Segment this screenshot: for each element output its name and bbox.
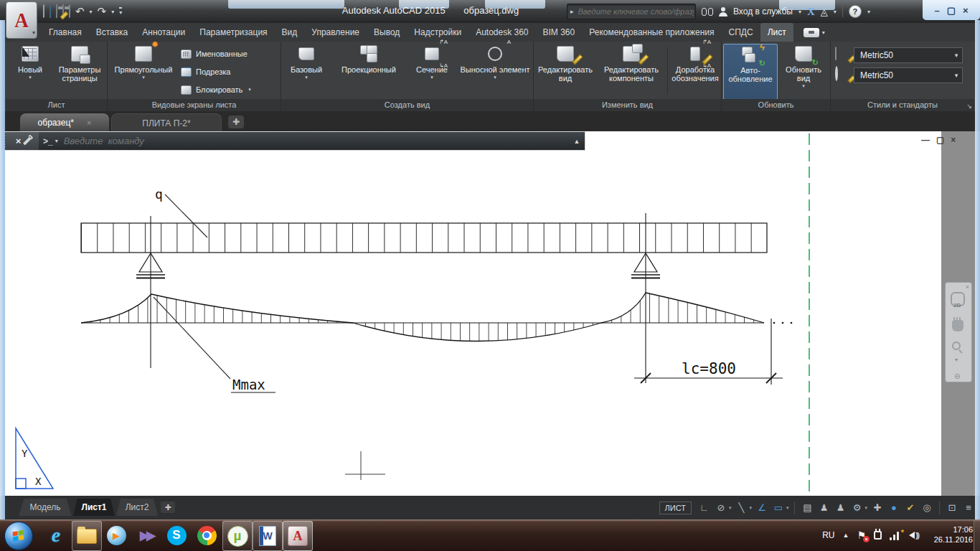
- layout1-tab[interactable]: Лист1: [73, 499, 115, 516]
- base-view-button[interactable]: Базовый ▾: [283, 44, 330, 80]
- signin-dropdown-icon[interactable]: ▾: [798, 9, 801, 15]
- workspace-gear-icon[interactable]: ⚙: [849, 500, 864, 516]
- chevron-down-icon[interactable]: ▾: [729, 505, 732, 511]
- save-as-icon[interactable]: [62, 5, 64, 18]
- hidden-icons-chevron[interactable]: ▲: [843, 532, 849, 539]
- close-button[interactable]: ×: [963, 5, 969, 16]
- annotation-monitor-icon[interactable]: ✚: [870, 500, 885, 516]
- hardware-acceleration-icon[interactable]: ●: [887, 500, 901, 516]
- volume-icon[interactable]: ))): [909, 532, 918, 540]
- clean-screen-icon[interactable]: ⊡: [945, 500, 959, 516]
- edit-view-button[interactable]: Редактировать вид: [534, 44, 597, 83]
- redo-icon[interactable]: ↷: [98, 6, 107, 17]
- detail-view-button[interactable]: A Выносной элемент ▾: [458, 44, 532, 80]
- ribbon-tab-parametrizaciya[interactable]: Параметризация: [192, 23, 274, 42]
- isolate-objects-icon[interactable]: ◎: [920, 500, 934, 516]
- ribbon-tab-annotacii[interactable]: Аннотации: [135, 23, 192, 42]
- ribbon-tab-vyvod[interactable]: Вывод: [367, 23, 407, 42]
- zoom-icon[interactable]: [952, 342, 961, 350]
- navbar-minimize-icon[interactable]: ⊖: [954, 372, 960, 380]
- navbar-close-icon[interactable]: ×: [966, 283, 969, 291]
- ribbon-tab-nadstroyki[interactable]: Надстройки: [407, 23, 468, 42]
- clip-viewport-button[interactable]: Подрезка: [181, 64, 230, 80]
- osnap-tracking-icon[interactable]: ∠: [755, 500, 769, 516]
- signin-person-icon[interactable]: [719, 7, 727, 17]
- chevron-down-icon[interactable]: ▾: [749, 505, 752, 511]
- taskbar-ie[interactable]: e: [42, 521, 70, 550]
- help-icon[interactable]: ?: [849, 5, 862, 18]
- new-drawing-tab-button[interactable]: ✚: [228, 116, 244, 128]
- taskbar-utorrent[interactable]: µ: [222, 521, 253, 551]
- projected-view-button[interactable]: Проекционный: [331, 44, 406, 74]
- paper-space-button[interactable]: ЛИСТ: [659, 501, 692, 514]
- panel-title[interactable]: Стили и стандарты: [831, 99, 974, 111]
- annotation-scale-icon[interactable]: ♟: [833, 500, 847, 516]
- autodesk360-dropdown-icon[interactable]: ▾: [834, 9, 837, 15]
- navigation-bar[interactable]: × 2D ▾ ⊖: [945, 282, 972, 382]
- help-dropdown-icon[interactable]: ▾: [867, 9, 870, 15]
- new-file-icon[interactable]: [43, 5, 44, 18]
- panel-title[interactable]: Видовые экраны листа: [108, 99, 281, 111]
- application-menu-button[interactable]: A ▾: [6, 1, 37, 39]
- new-layout-button[interactable]: Новый ▾: [9, 44, 52, 80]
- language-indicator[interactable]: RU: [822, 530, 834, 540]
- panel-title[interactable]: Изменить вид: [534, 99, 721, 111]
- taskbar-explorer[interactable]: [72, 521, 102, 551]
- lock-viewport-button[interactable]: Блокировать ▾: [181, 82, 251, 98]
- undo-dropdown-icon[interactable]: ▾: [90, 9, 93, 15]
- start-button[interactable]: [4, 522, 33, 550]
- taskbar-word[interactable]: W: [253, 521, 283, 551]
- signin-label[interactable]: Вход в службы: [733, 6, 793, 17]
- file-tab-plita[interactable]: ПЛИТА П-2*: [111, 113, 222, 132]
- exchange-apps-icon[interactable]: X: [807, 6, 815, 18]
- chevron-down-icon[interactable]: ▾: [786, 505, 789, 511]
- open-file-icon[interactable]: [50, 5, 51, 18]
- page-setup-button[interactable]: Параметры страницы: [53, 44, 106, 83]
- taskbar-clock[interactable]: 17:06 26.11.2016: [921, 524, 973, 545]
- taskbar-skype[interactable]: S: [162, 521, 191, 550]
- style-combo-1[interactable]: Metric50 ▾: [854, 47, 963, 63]
- panel-title[interactable]: Создать вид: [281, 99, 533, 111]
- annotation-visibility-icon[interactable]: ▤: [800, 500, 814, 516]
- ribbon-tab-upravlenie[interactable]: Управление: [304, 23, 367, 42]
- action-center-flag-icon[interactable]: ⚑×: [857, 529, 866, 541]
- search-input[interactable]: [577, 6, 695, 17]
- power-plug-icon[interactable]: [874, 531, 882, 540]
- ribbon-tab-bim360[interactable]: BIM 360: [536, 23, 583, 42]
- rectangular-viewport-button[interactable]: ✸ Прямоугольный ▾: [109, 44, 178, 80]
- panel-title[interactable]: Лист: [6, 99, 107, 111]
- named-viewports-button[interactable]: Именованные: [181, 46, 248, 62]
- ribbon-tab-vid[interactable]: Вид: [275, 23, 305, 42]
- pan-hand-icon[interactable]: [952, 320, 963, 331]
- auto-update-button[interactable]: ϟ ↻ Авто-обновление: [723, 44, 778, 100]
- search-go-icon[interactable]: ▸: [570, 8, 574, 15]
- drafting-settings-icon[interactable]: ∟: [697, 500, 712, 516]
- doc-close-button[interactable]: ×: [951, 135, 956, 145]
- edit-components-button[interactable]: Редактировать компоненты: [597, 44, 666, 83]
- customization-menu-icon[interactable]: ≡: [961, 500, 976, 516]
- ribbon-tab-recommended[interactable]: Рекомендованные приложения: [582, 23, 721, 42]
- autoscale-icon[interactable]: ♟: [816, 500, 831, 516]
- panel-title[interactable]: Обновить: [722, 99, 830, 111]
- undo-icon[interactable]: ↶: [75, 6, 85, 17]
- update-view-button[interactable]: ↻ Обновить вид ▾: [781, 44, 826, 88]
- chevron-down-icon[interactable]: ▾: [864, 505, 867, 511]
- style-combo-2[interactable]: Metric50 ▾: [854, 67, 963, 83]
- search-binoculars-icon[interactable]: [702, 8, 713, 16]
- object-snap-icon[interactable]: ▭: [771, 500, 786, 516]
- doc-restore-button[interactable]: ▢: [936, 135, 944, 145]
- close-tab-icon[interactable]: ×: [87, 118, 91, 127]
- qat-customize-icon[interactable]: ▾: [119, 7, 122, 16]
- file-tab-obrazec[interactable]: образец* ×: [20, 113, 109, 131]
- isometric-drafting-icon[interactable]: ╲: [734, 500, 748, 516]
- section-view-button[interactable]: ↱A↳A Сечение ▾: [409, 44, 455, 80]
- maximize-button[interactable]: ▢: [947, 5, 956, 16]
- redo-dropdown-icon[interactable]: ▾: [111, 9, 114, 15]
- autodesk360-icon[interactable]: ◬: [821, 6, 828, 17]
- polar-tracking-icon[interactable]: ⊘: [714, 500, 728, 516]
- plot-details-icon[interactable]: ✔: [903, 500, 918, 516]
- ribbon-tab-list[interactable]: Лист: [760, 23, 793, 42]
- plot-icon[interactable]: [69, 5, 70, 18]
- ribbon-tab-vstavka[interactable]: Вставка: [89, 23, 136, 42]
- network-icon[interactable]: *: [890, 531, 901, 540]
